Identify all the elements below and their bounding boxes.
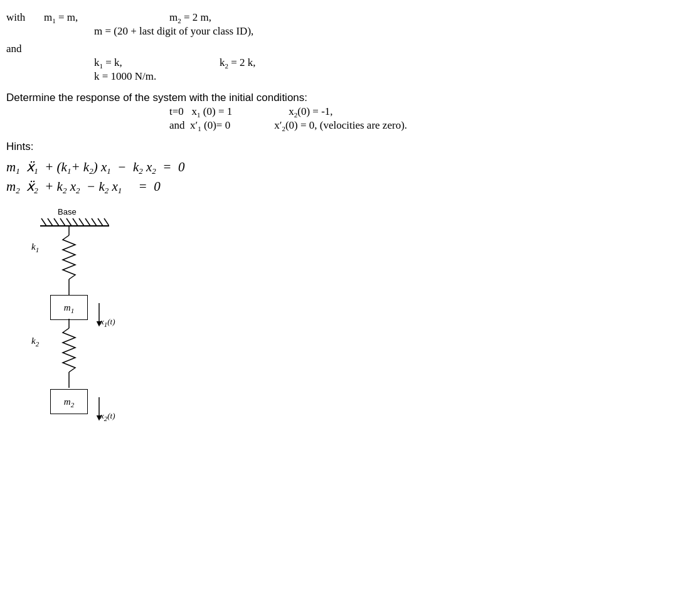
with-label: with: [6, 11, 44, 24]
x2-label: x2(t): [100, 411, 115, 421]
ic1-text: t=0 x1 (0) = 1: [169, 105, 232, 118]
diagram: Base k1: [25, 207, 201, 471]
mass2-label: m2: [64, 397, 74, 407]
ic3-text: and x′1 (0)= 0: [169, 119, 230, 132]
mass1-label: m1: [64, 302, 74, 313]
line-hints: Hints:: [6, 141, 694, 153]
eq1-line: m1 ẍ1 + (k1+ k2) x1 − k2 x2 = 0: [6, 159, 694, 175]
base-label: Base: [58, 207, 77, 216]
x1-label: x1(t): [100, 317, 115, 327]
svg-line-2: [41, 218, 46, 226]
equations-block: m1 ẍ1 + (k1+ k2) x1 − k2 x2 = 0 m2 ẍ2 + …: [6, 159, 694, 195]
page: with m1 = m, m2 = 2 m, m = (20 + last di…: [6, 11, 694, 471]
k-full-eq: k = 1000 N/m.: [94, 70, 156, 83]
svg-line-10: [92, 218, 97, 226]
k2-label: k2: [31, 336, 39, 346]
svg-line-6: [66, 218, 72, 226]
m-full-eq: m = (20 + last digit of your class ID),: [94, 25, 253, 38]
k2-eq: k2 = 2 k,: [220, 56, 256, 69]
k1-label: k1: [31, 242, 39, 252]
svg-line-5: [60, 218, 65, 226]
line-with: with m1 = m, m2 = 2 m,: [6, 11, 694, 24]
line-ic1: t=0 x1 (0) = 1 x2(0) = -1,: [169, 105, 694, 118]
m2-eq: m2 = 2 m,: [169, 11, 211, 24]
svg-line-3: [48, 218, 53, 226]
line-k1: k1 = k, k2 = 2 k,: [94, 56, 694, 69]
line-determine: Determine the response of the system wit…: [6, 92, 694, 104]
mass2-block: m2: [50, 389, 88, 414]
svg-line-8: [79, 218, 84, 226]
svg-line-12: [104, 218, 109, 226]
hints-label: Hints:: [6, 141, 33, 153]
line-and: and: [6, 43, 694, 55]
svg-line-11: [98, 218, 103, 226]
m1-eq: m1 = m,: [44, 11, 169, 24]
and-label: and: [6, 43, 44, 55]
svg-line-9: [85, 218, 90, 226]
mass1-block: m1: [50, 295, 88, 320]
spring2: [60, 319, 78, 388]
eq2-text: m2 ẍ2 + k2 x2 − k2 x1 = 0: [6, 179, 161, 195]
eq1-text: m1 ẍ1 + (k1+ k2) x1 − k2 x2 = 0: [6, 159, 185, 175]
ic2-text: x2(0) = -1,: [289, 105, 332, 118]
eq2-line: m2 ẍ2 + k2 x2 − k2 x1 = 0: [6, 179, 694, 195]
svg-line-4: [54, 218, 59, 226]
line-ic2: and x′1 (0)= 0 x′2(0) = 0, (velocities a…: [169, 119, 694, 132]
line-m-eq: m = (20 + last digit of your class ID),: [94, 25, 694, 38]
spring1: [60, 226, 78, 295]
line-k-eq: k = 1000 N/m.: [94, 70, 694, 83]
determine-text: Determine the response of the system wit…: [6, 92, 307, 104]
svg-line-7: [73, 218, 78, 226]
ic4-text: x′2(0) = 0, (velocities are zero).: [274, 119, 407, 132]
k1-eq: k1 = k,: [94, 56, 220, 69]
